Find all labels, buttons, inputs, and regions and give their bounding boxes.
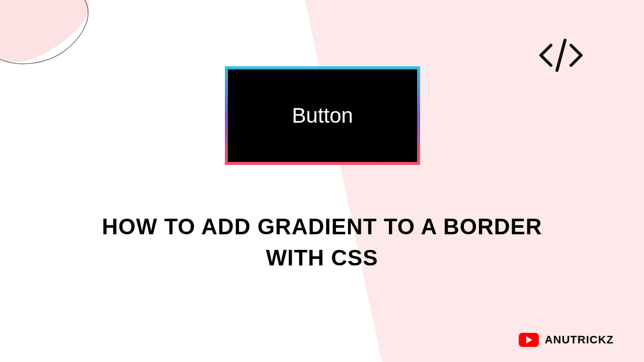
page-title: HOW TO ADD GRADIENT TO A BORDER WITH CSS [0, 211, 644, 273]
channel-name: ANUTRICKZ [545, 333, 614, 346]
demo-button[interactable]: Button [228, 69, 417, 162]
gradient-border-demo: Button [225, 66, 420, 165]
demo-button-label: Button [292, 104, 353, 128]
channel-credit: ANUTRICKZ [519, 333, 614, 347]
svg-line-0 [557, 40, 565, 70]
title-line-1: HOW TO ADD GRADIENT TO A BORDER [102, 214, 542, 239]
code-icon [536, 35, 586, 77]
title-line-2: WITH CSS [266, 245, 378, 270]
youtube-icon [519, 333, 539, 347]
decorative-blob [0, 0, 101, 85]
